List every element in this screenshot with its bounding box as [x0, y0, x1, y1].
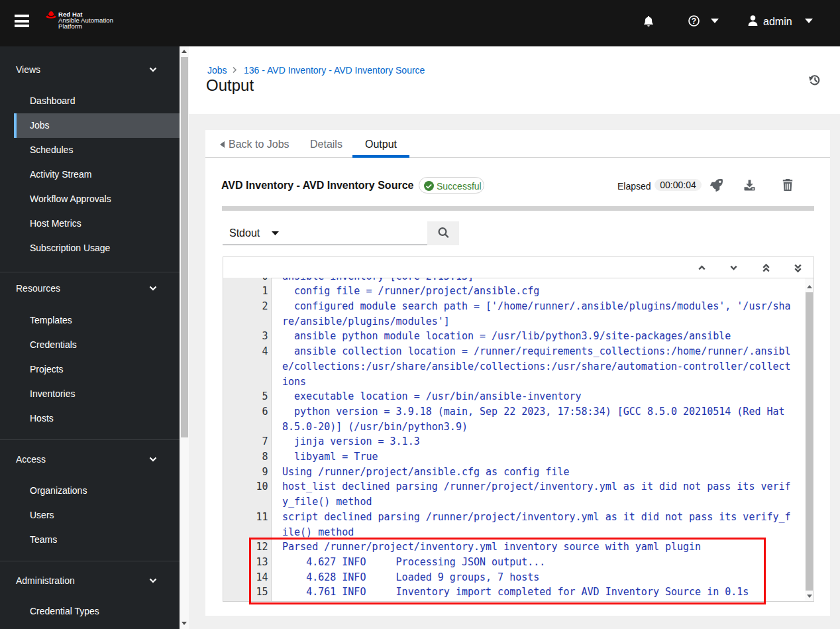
svg-text:?: ? [692, 16, 696, 25]
